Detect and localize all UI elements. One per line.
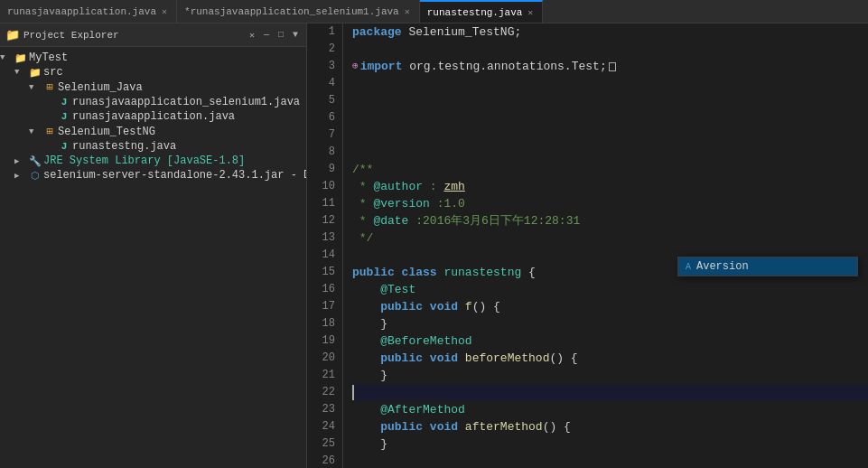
code-line-25: }: [352, 435, 868, 453]
tree-item-mytest[interactable]: ▼ 📁 MyTest: [0, 51, 306, 65]
code-line-2: [352, 41, 868, 58]
arrow-selenium-java: ▼: [29, 83, 42, 92]
package-icon-2: ⊞: [42, 125, 58, 138]
tab-bar: runasjavaapplication.java ✕ *runasjavaap…: [0, 0, 868, 23]
ac-item-icon: A: [686, 262, 691, 272]
tree-label-file1: runasjavaapplication_selenium1.java: [72, 96, 300, 108]
tree-item-selenium-testng[interactable]: ▼ ⊞ Selenium_TestNG: [0, 124, 306, 139]
arrow-jar: ▶: [14, 171, 27, 181]
code-line-7: [352, 126, 868, 144]
tree-label-file3: runastestng.java: [72, 140, 176, 153]
code-line-10: * @author : zmh: [352, 178, 868, 195]
code-line-16: @Test: [352, 281, 868, 298]
maximize-icon[interactable]: □: [275, 29, 286, 41]
code-line-1: package Selenium_TestNG;: [352, 23, 868, 41]
code-line-17: public void f() {: [352, 298, 868, 315]
arrow-mytest: ▼: [0, 53, 13, 62]
code-line-21: }: [352, 367, 868, 384]
project-explorer: 📁 Project Explorer ✕ — □ ▼ ▼ 📁 MyTest ▼ …: [0, 23, 307, 468]
code-line-9: /**: [352, 161, 868, 178]
code-line-8: [352, 144, 868, 161]
tree-item-jre[interactable]: ▶ 🔧 JRE System Library [JavaSE-1.8]: [0, 154, 306, 168]
tree-label-jar: selenium-server-standalone-2.43.1.jar - …: [43, 169, 306, 182]
code-line-5: [352, 92, 868, 109]
tree-item-file2[interactable]: J runasjavaapplication.java: [0, 109, 306, 124]
code-line-23: @AfterMethod: [352, 401, 868, 418]
tree-label-src: src: [43, 66, 63, 79]
dropdown-icon[interactable]: ▼: [290, 29, 301, 41]
ac-item-label: Aversion: [696, 260, 749, 273]
tab-close[interactable]: ✕: [160, 5, 169, 18]
arrow-selenium-testng: ▼: [29, 127, 42, 136]
code-line-20: public void beforeMethod() {: [352, 350, 868, 367]
code-line-26: [352, 453, 868, 468]
tree-item-file3[interactable]: J runastestng.java: [0, 139, 306, 154]
jre-icon: 🔧: [27, 155, 43, 167]
tree-label-selenium-java: Selenium_Java: [58, 81, 143, 94]
arrow-src: ▼: [14, 68, 27, 77]
tree-item-src[interactable]: ▼ 📁 src: [0, 65, 306, 80]
code-line-11: * @version :1.0: [352, 195, 868, 212]
code-line-19: @BeforeMethod: [352, 332, 868, 350]
tree-label-mytest: MyTest: [29, 51, 68, 64]
src-folder-icon: 📁: [27, 67, 43, 79]
code-line-3: ⊕import org.testng.annotations.Test;: [352, 58, 868, 75]
tab-close[interactable]: ✕: [526, 6, 535, 19]
tree-item-file1[interactable]: J runasjavaapplication_selenium1.java: [0, 95, 306, 109]
jar-icon: ⬡: [27, 170, 43, 182]
editor-area[interactable]: 1 2 3 4 5 6 7 8 9 10 11 12 13 14 15 16 1…: [307, 23, 868, 468]
java-file-icon-2: J: [56, 111, 72, 122]
tab-label: runasjavaapplication.java: [7, 6, 156, 17]
tree-item-jar[interactable]: ▶ ⬡ selenium-server-standalone-2.43.1.ja…: [0, 168, 306, 183]
explorer-icon: 📁: [5, 28, 20, 42]
java-file-icon-3: J: [56, 141, 72, 152]
tab-label: *runasjavaapplication_selenium1.java: [184, 6, 399, 17]
code-container: 1 2 3 4 5 6 7 8 9 10 11 12 13 14 15 16 1…: [307, 23, 868, 468]
arrow-jre: ▶: [14, 156, 27, 166]
explorer-title-text: Project Explorer: [23, 30, 243, 41]
code-lines[interactable]: package Selenium_TestNG; ⊕import org.tes…: [343, 23, 868, 468]
tab-runasjavaapplication[interactable]: runasjavaapplication.java ✕: [0, 0, 177, 23]
code-line-12: * @date :2016年3月6日下午12:28:31: [352, 212, 868, 229]
code-line-18: }: [352, 315, 868, 332]
line-numbers: 1 2 3 4 5 6 7 8 9 10 11 12 13 14 15 16 1…: [307, 23, 343, 468]
tab-runasjavaapplication-selenium1[interactable]: *runasjavaapplication_selenium1.java ✕: [177, 0, 420, 23]
code-line-22: [352, 384, 868, 401]
autocomplete-popup[interactable]: A Aversion: [677, 257, 858, 276]
code-line-13: */: [352, 229, 868, 247]
folder-icon: 📁: [13, 52, 29, 64]
tree-label-selenium-testng: Selenium_TestNG: [58, 126, 155, 138]
minimize-icon[interactable]: —: [261, 29, 272, 41]
tree-item-selenium-java[interactable]: ▼ ⊞ Selenium_Java: [0, 80, 306, 95]
explorer-title-bar: 📁 Project Explorer ✕ — □ ▼: [0, 23, 306, 47]
java-file-icon-1: J: [56, 97, 72, 108]
package-icon: ⊞: [42, 80, 58, 94]
tab-close[interactable]: ✕: [403, 5, 412, 18]
code-line-6: [352, 109, 868, 126]
autocomplete-item-aversion[interactable]: A Aversion: [678, 257, 857, 276]
close-icon[interactable]: ✕: [247, 29, 257, 42]
code-line-4: [352, 75, 868, 92]
tree-label-jre: JRE System Library [JavaSE-1.8]: [43, 154, 245, 167]
explorer-tree: ▼ 📁 MyTest ▼ 📁 src ▼ ⊞ Selenium_Java: [0, 47, 306, 468]
tree-label-file2: runasjavaapplication.java: [72, 110, 235, 123]
code-line-24: public void afterMethod() {: [352, 418, 868, 435]
tab-runastestng[interactable]: runastestng.java ✕: [420, 0, 544, 23]
tab-label: runastestng.java: [427, 7, 523, 18]
